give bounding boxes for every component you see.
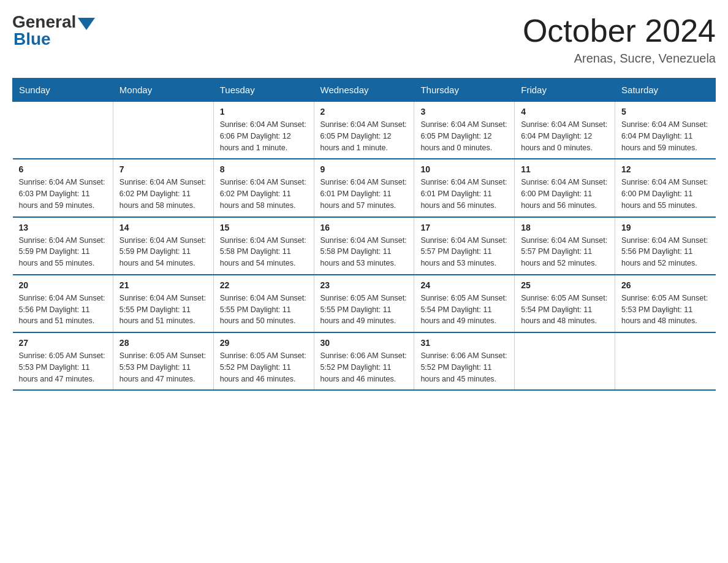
- logo-arrow-icon: [78, 18, 95, 30]
- day-number: 7: [119, 164, 207, 174]
- calendar-cell: 4Sunrise: 6:04 AM Sunset: 6:04 PM Daylig…: [515, 102, 615, 159]
- calendar-cell: 13Sunrise: 6:04 AM Sunset: 5:59 PM Dayli…: [13, 217, 113, 275]
- calendar-week-row: 20Sunrise: 6:04 AM Sunset: 5:56 PM Dayli…: [13, 275, 716, 332]
- calendar-cell: 14Sunrise: 6:04 AM Sunset: 5:59 PM Dayli…: [113, 217, 213, 275]
- day-info-text: Sunrise: 6:04 AM Sunset: 6:05 PM Dayligh…: [420, 119, 508, 153]
- day-info-text: Sunrise: 6:04 AM Sunset: 6:00 PM Dayligh…: [521, 177, 609, 211]
- day-number: 21: [119, 280, 207, 290]
- location-text: Arenas, Sucre, Venezuela: [523, 52, 716, 66]
- day-info-text: Sunrise: 6:04 AM Sunset: 6:00 PM Dayligh…: [621, 177, 709, 211]
- day-of-week-header: Friday: [515, 79, 615, 102]
- day-info-text: Sunrise: 6:05 AM Sunset: 5:54 PM Dayligh…: [521, 293, 609, 327]
- calendar-cell: 19Sunrise: 6:04 AM Sunset: 5:56 PM Dayli…: [615, 217, 716, 275]
- day-of-week-header: Thursday: [414, 79, 515, 102]
- calendar-cell: 29Sunrise: 6:05 AM Sunset: 5:52 PM Dayli…: [213, 332, 314, 390]
- day-number: 26: [621, 280, 709, 290]
- day-info-text: Sunrise: 6:04 AM Sunset: 5:58 PM Dayligh…: [220, 235, 308, 269]
- calendar-cell: 15Sunrise: 6:04 AM Sunset: 5:58 PM Dayli…: [213, 217, 314, 275]
- day-number: 29: [220, 338, 308, 348]
- calendar-cell: 16Sunrise: 6:04 AM Sunset: 5:58 PM Dayli…: [314, 217, 414, 275]
- day-number: 30: [320, 338, 408, 348]
- calendar-cell: [515, 332, 615, 390]
- day-of-week-header: Sunday: [13, 79, 113, 102]
- day-number: 10: [420, 164, 508, 174]
- day-info-text: Sunrise: 6:05 AM Sunset: 5:53 PM Dayligh…: [19, 350, 107, 385]
- day-number: 6: [19, 164, 107, 174]
- day-number: 19: [621, 223, 709, 232]
- calendar-cell: 30Sunrise: 6:06 AM Sunset: 5:52 PM Dayli…: [314, 332, 414, 390]
- day-number: 31: [420, 338, 508, 348]
- day-number: 16: [320, 223, 408, 232]
- day-info-text: Sunrise: 6:05 AM Sunset: 5:53 PM Dayligh…: [621, 293, 709, 327]
- calendar-cell: 10Sunrise: 6:04 AM Sunset: 6:01 PM Dayli…: [414, 159, 515, 216]
- day-info-text: Sunrise: 6:04 AM Sunset: 6:03 PM Dayligh…: [19, 177, 107, 211]
- day-info-text: Sunrise: 6:05 AM Sunset: 5:52 PM Dayligh…: [220, 350, 308, 385]
- calendar-cell: 25Sunrise: 6:05 AM Sunset: 5:54 PM Dayli…: [515, 275, 615, 332]
- calendar-cell: 2Sunrise: 6:04 AM Sunset: 6:05 PM Daylig…: [314, 102, 414, 159]
- day-info-text: Sunrise: 6:04 AM Sunset: 5:55 PM Dayligh…: [119, 293, 207, 327]
- calendar-week-row: 13Sunrise: 6:04 AM Sunset: 5:59 PM Dayli…: [13, 217, 716, 275]
- day-info-text: Sunrise: 6:04 AM Sunset: 5:59 PM Dayligh…: [119, 235, 207, 269]
- day-info-text: Sunrise: 6:04 AM Sunset: 6:05 PM Dayligh…: [320, 119, 408, 153]
- calendar-week-row: 6Sunrise: 6:04 AM Sunset: 6:03 PM Daylig…: [13, 159, 716, 216]
- logo: General Blue: [12, 12, 95, 49]
- calendar-week-row: 27Sunrise: 6:05 AM Sunset: 5:53 PM Dayli…: [13, 332, 716, 390]
- day-info-text: Sunrise: 6:05 AM Sunset: 5:55 PM Dayligh…: [320, 293, 408, 327]
- day-number: 18: [521, 223, 609, 232]
- day-info-text: Sunrise: 6:04 AM Sunset: 6:01 PM Dayligh…: [320, 177, 408, 211]
- calendar-cell: 31Sunrise: 6:06 AM Sunset: 5:52 PM Dayli…: [414, 332, 515, 390]
- day-info-text: Sunrise: 6:06 AM Sunset: 5:52 PM Dayligh…: [420, 350, 508, 385]
- month-title: October 2024: [523, 12, 716, 49]
- day-number: 11: [521, 164, 609, 174]
- day-number: 2: [320, 107, 408, 117]
- days-header-row: SundayMondayTuesdayWednesdayThursdayFrid…: [13, 79, 716, 102]
- day-number: 22: [220, 280, 308, 290]
- day-of-week-header: Wednesday: [314, 79, 414, 102]
- calendar-cell: 20Sunrise: 6:04 AM Sunset: 5:56 PM Dayli…: [13, 275, 113, 332]
- day-info-text: Sunrise: 6:05 AM Sunset: 5:54 PM Dayligh…: [420, 293, 508, 327]
- calendar-cell: [13, 102, 113, 159]
- day-number: 24: [420, 280, 508, 290]
- day-number: 9: [320, 164, 408, 174]
- calendar-cell: 27Sunrise: 6:05 AM Sunset: 5:53 PM Dayli…: [13, 332, 113, 390]
- calendar-cell: 23Sunrise: 6:05 AM Sunset: 5:55 PM Dayli…: [314, 275, 414, 332]
- day-info-text: Sunrise: 6:04 AM Sunset: 5:57 PM Dayligh…: [420, 235, 508, 269]
- day-info-text: Sunrise: 6:04 AM Sunset: 5:59 PM Dayligh…: [19, 235, 107, 269]
- page-header: General Blue October 2024 Arenas, Sucre,…: [12, 12, 716, 66]
- calendar-cell: 9Sunrise: 6:04 AM Sunset: 6:01 PM Daylig…: [314, 159, 414, 216]
- logo-blue-text: Blue: [13, 29, 51, 49]
- day-info-text: Sunrise: 6:04 AM Sunset: 5:56 PM Dayligh…: [19, 293, 107, 327]
- title-block: October 2024 Arenas, Sucre, Venezuela: [523, 12, 716, 66]
- calendar-cell: 7Sunrise: 6:04 AM Sunset: 6:02 PM Daylig…: [113, 159, 213, 216]
- calendar-cell: 5Sunrise: 6:04 AM Sunset: 6:04 PM Daylig…: [615, 102, 716, 159]
- calendar-cell: 24Sunrise: 6:05 AM Sunset: 5:54 PM Dayli…: [414, 275, 515, 332]
- calendar-cell: 28Sunrise: 6:05 AM Sunset: 5:53 PM Dayli…: [113, 332, 213, 390]
- calendar-cell: 17Sunrise: 6:04 AM Sunset: 5:57 PM Dayli…: [414, 217, 515, 275]
- day-number: 8: [220, 164, 308, 174]
- calendar-cell: 6Sunrise: 6:04 AM Sunset: 6:03 PM Daylig…: [13, 159, 113, 216]
- calendar-week-row: 1Sunrise: 6:04 AM Sunset: 6:06 PM Daylig…: [13, 102, 716, 159]
- day-info-text: Sunrise: 6:04 AM Sunset: 6:04 PM Dayligh…: [521, 119, 609, 153]
- day-number: 4: [521, 107, 609, 117]
- day-number: 15: [220, 223, 308, 232]
- day-info-text: Sunrise: 6:04 AM Sunset: 6:01 PM Dayligh…: [420, 177, 508, 211]
- calendar-cell: [113, 102, 213, 159]
- day-number: 3: [420, 107, 508, 117]
- day-info-text: Sunrise: 6:05 AM Sunset: 5:53 PM Dayligh…: [119, 350, 207, 385]
- calendar-cell: 22Sunrise: 6:04 AM Sunset: 5:55 PM Dayli…: [213, 275, 314, 332]
- day-info-text: Sunrise: 6:06 AM Sunset: 5:52 PM Dayligh…: [320, 350, 408, 385]
- day-of-week-header: Saturday: [615, 79, 716, 102]
- calendar-cell: 1Sunrise: 6:04 AM Sunset: 6:06 PM Daylig…: [213, 102, 314, 159]
- day-of-week-header: Tuesday: [213, 79, 314, 102]
- day-info-text: Sunrise: 6:04 AM Sunset: 5:57 PM Dayligh…: [521, 235, 609, 269]
- day-number: 13: [19, 223, 107, 232]
- day-info-text: Sunrise: 6:04 AM Sunset: 6:04 PM Dayligh…: [621, 119, 709, 153]
- day-number: 25: [521, 280, 609, 290]
- calendar-cell: 18Sunrise: 6:04 AM Sunset: 5:57 PM Dayli…: [515, 217, 615, 275]
- day-number: 27: [19, 338, 107, 348]
- day-info-text: Sunrise: 6:04 AM Sunset: 6:02 PM Dayligh…: [220, 177, 308, 211]
- calendar-cell: 8Sunrise: 6:04 AM Sunset: 6:02 PM Daylig…: [213, 159, 314, 216]
- day-number: 17: [420, 223, 508, 232]
- calendar-cell: 12Sunrise: 6:04 AM Sunset: 6:00 PM Dayli…: [615, 159, 716, 216]
- day-number: 12: [621, 164, 709, 174]
